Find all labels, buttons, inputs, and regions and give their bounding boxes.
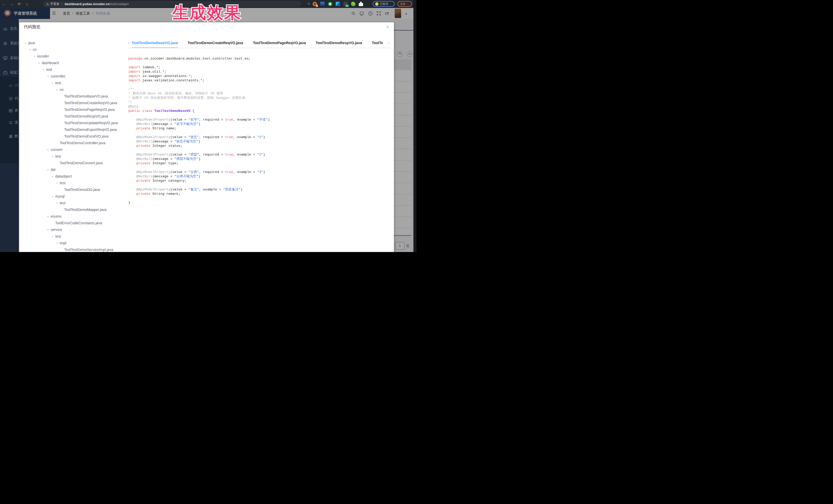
- code-line: @NotNull(message = "状态不能为空"): [128, 139, 390, 144]
- caret-down-icon[interactable]: ▾: [52, 175, 55, 178]
- file-tabs-bar: ‹ ToolTestDemoBaseVO.javaToolTestDemoCre…: [128, 38, 391, 48]
- url-host: dashboard.yudao.iocoder.cn: [65, 2, 110, 6]
- home-icon[interactable]: ⌂: [23, 2, 31, 6]
- tree-file[interactable]: ToolTestDemoRespVO.java: [24, 113, 125, 120]
- caret-down-icon[interactable]: ▾: [52, 155, 55, 158]
- tree-folder[interactable]: ▾test: [24, 179, 125, 186]
- extensions-puzzle-icon[interactable]: [359, 2, 363, 6]
- tree-node-label: test: [55, 154, 61, 158]
- tree-file[interactable]: ToolTestDemoPageReqVO.java: [24, 106, 125, 113]
- tree-folder[interactable]: ▾dal: [24, 166, 125, 173]
- tree-folder[interactable]: ▾mysql: [24, 193, 125, 200]
- tree-folder[interactable]: ▾controller: [24, 73, 125, 79]
- extension-icon[interactable]: 1: [313, 2, 317, 6]
- back-icon[interactable]: ←: [0, 2, 8, 6]
- extension-icon[interactable]: on: [343, 2, 348, 6]
- tree-folder[interactable]: ▾test: [24, 153, 125, 160]
- caret-down-icon[interactable]: ▾: [56, 88, 60, 91]
- paused-chip[interactable]: 已暂停: [373, 1, 395, 7]
- tree-folder[interactable]: ▾dashboard: [24, 59, 125, 66]
- tree-file[interactable]: ToolTestDemoController.java: [24, 140, 125, 146]
- code-preview-dialog: 代码预览 ✕ ▾java▾cn▾iocoder▾dashboard▾tool▾c…: [19, 22, 394, 252]
- caret-down-icon[interactable]: ▾: [34, 55, 37, 58]
- code-line: [128, 183, 390, 187]
- tree-node-label: ToolTestDemoUpdateReqVO.java: [64, 121, 118, 125]
- tree-folder[interactable]: ▾service: [24, 226, 125, 233]
- reload-icon[interactable]: ⟳: [16, 2, 23, 6]
- caret-down-icon[interactable]: ▾: [47, 229, 51, 231]
- caret-down-icon[interactable]: ▾: [39, 62, 42, 65]
- file-tabs: ToolTestDemoBaseVO.javaToolTestDemoCreat…: [132, 38, 388, 48]
- extension-icon[interactable]: [336, 2, 340, 6]
- tree-node-label: dataobject: [55, 174, 72, 178]
- tree-folder[interactable]: ▾cn: [24, 46, 125, 53]
- tab-file-2[interactable]: ToolTestDemoPageReqVO.java: [253, 38, 306, 48]
- tree-node-label: ToolTestDemoDO.java: [64, 188, 100, 192]
- tree-node-label: iocoder: [37, 54, 49, 58]
- tree-folder[interactable]: ▾dataobject: [24, 173, 125, 179]
- tab-file-1[interactable]: ToolTestDemoCreateReqVO.java: [188, 38, 243, 48]
- caret-down-icon[interactable]: ▾: [47, 215, 51, 218]
- code-line: [128, 130, 390, 135]
- tree-folder[interactable]: ▾java: [24, 40, 125, 46]
- code-viewer[interactable]: package cn.iocoder.dashboard.modules.too…: [128, 56, 390, 251]
- caret-down-icon[interactable]: ▾: [25, 42, 28, 44]
- tree-file[interactable]: ToolErrorCodeConstants.java: [24, 220, 125, 226]
- caret-down-icon[interactable]: ▾: [52, 235, 55, 238]
- code-line: import io.swagger.annotations.*;: [128, 74, 390, 78]
- extension-icon[interactable]: [320, 2, 325, 6]
- tree-file[interactable]: ToolTestDemoDO.java: [24, 186, 125, 193]
- address-bar[interactable]: ⚠ 不安全 dashboard.yudao.iocoder.cn /tool/c…: [43, 1, 301, 7]
- caret-down-icon[interactable]: ▾: [29, 48, 33, 51]
- tree-folder[interactable]: ▾test: [24, 233, 125, 240]
- tab-file-4[interactable]: ToolTe: [372, 38, 383, 48]
- close-icon[interactable]: ✕: [386, 24, 389, 30]
- caret-down-icon[interactable]: ▾: [47, 75, 51, 78]
- forward-icon[interactable]: →: [8, 2, 16, 6]
- tree-file[interactable]: ToolTestDemoCreateReqVO.java: [24, 100, 125, 106]
- extension-icon[interactable]: [328, 2, 332, 6]
- tabs-scroll-right-icon[interactable]: ›: [388, 41, 391, 45]
- tree-folder[interactable]: ▾test: [24, 79, 125, 86]
- code-line: @ApiModelProperty(value = "分类", required…: [128, 170, 390, 174]
- tree-file[interactable]: ToolTestDemoConvert.java: [24, 160, 125, 166]
- tree-file[interactable]: ToolTestDemoBaseVO.java: [24, 93, 125, 100]
- tree-folder[interactable]: ▾vo: [24, 86, 125, 93]
- tree-folder[interactable]: ▾impl: [24, 240, 125, 246]
- caret-down-icon[interactable]: ▾: [43, 68, 46, 71]
- caret-down-icon[interactable]: ▾: [52, 81, 55, 85]
- tree-file[interactable]: ToolTestDemoExportReqVO.java: [24, 126, 125, 133]
- window-edge: [413, 0, 416, 252]
- tabs-scroll-left-icon[interactable]: ‹: [128, 41, 132, 45]
- tree-node-label: ToolTestDemoMapper.java: [64, 208, 106, 212]
- tree-folder[interactable]: ▾tool: [24, 66, 125, 73]
- tree-folder[interactable]: ▾convert: [24, 146, 125, 153]
- extension-icon[interactable]: [351, 2, 355, 6]
- caret-down-icon[interactable]: ▾: [56, 242, 60, 244]
- tree-file[interactable]: ToolTestDemoMapper.java: [24, 206, 125, 213]
- code-line: @NotNull(message = "名字不能为空"): [128, 122, 390, 126]
- tree-node-label: test: [55, 234, 61, 238]
- tree-file[interactable]: ToolTestDemoUpdateReqVO.java: [24, 120, 125, 126]
- tree-node-label: mysql: [55, 194, 65, 198]
- code-line: }: [128, 200, 390, 205]
- tree-file[interactable]: ToolTestDemoExcelVO.java: [24, 133, 125, 140]
- tree-file[interactable]: ToolTestDemoServiceImpl.java: [24, 246, 125, 252]
- bookmark-star-icon[interactable]: ☆: [307, 2, 310, 6]
- caret-down-icon[interactable]: ▾: [47, 168, 51, 171]
- update-browser-button[interactable]: 更新 ⋮: [398, 1, 412, 7]
- code-line: @ApiModelProperty(value = "备注", example …: [128, 187, 390, 192]
- tree-node-label: convert: [51, 148, 63, 152]
- caret-down-icon[interactable]: ▾: [47, 148, 51, 151]
- tree-node-label: ToolTestDemoConvert.java: [60, 161, 103, 165]
- tab-file-0[interactable]: ToolTestDemoBaseVO.java: [132, 38, 178, 48]
- tree-folder[interactable]: ▾test: [24, 200, 125, 206]
- caret-down-icon[interactable]: ▾: [56, 182, 60, 185]
- tab-file-3[interactable]: ToolTestDemoRespVO.java: [316, 38, 362, 48]
- code-line: @NotNull(message = "分类不能为空"): [128, 174, 390, 178]
- code-line: */: [128, 100, 390, 104]
- tree-folder[interactable]: ▾iocoder: [24, 53, 125, 59]
- tree-folder[interactable]: ▾enums: [24, 213, 125, 220]
- caret-down-icon[interactable]: ▾: [52, 195, 55, 198]
- caret-down-icon[interactable]: ▾: [56, 202, 60, 205]
